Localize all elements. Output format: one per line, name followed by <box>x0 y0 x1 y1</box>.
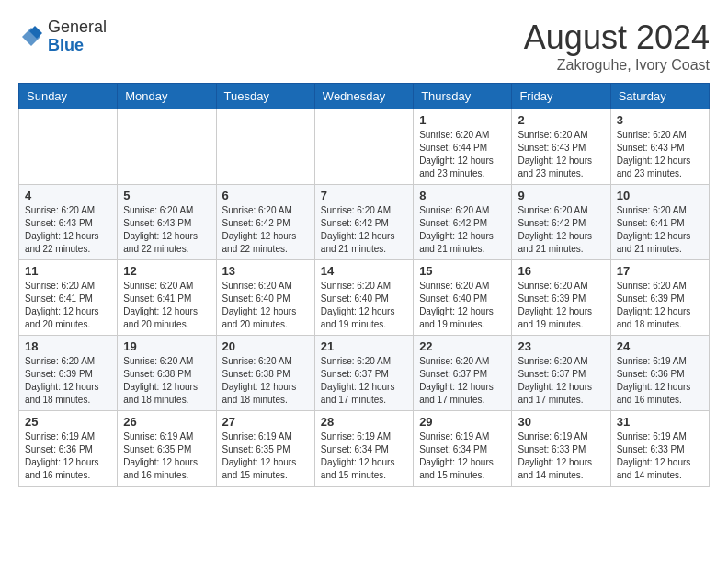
table-row: 15Sunrise: 6:20 AM Sunset: 6:40 PM Dayli… <box>414 260 512 336</box>
table-row: 10Sunrise: 6:20 AM Sunset: 6:41 PM Dayli… <box>610 185 709 260</box>
day-info: Sunrise: 6:20 AM Sunset: 6:42 PM Dayligh… <box>419 204 506 256</box>
table-row: 17Sunrise: 6:20 AM Sunset: 6:39 PM Dayli… <box>610 260 709 336</box>
day-info: Sunrise: 6:20 AM Sunset: 6:38 PM Dayligh… <box>123 355 210 407</box>
table-row: 9Sunrise: 6:20 AM Sunset: 6:42 PM Daylig… <box>512 185 610 260</box>
table-row: 5Sunrise: 6:20 AM Sunset: 6:43 PM Daylig… <box>118 185 216 260</box>
table-row <box>19 109 118 185</box>
header: General Blue August 2024 Zakroguhe, Ivor… <box>18 18 710 74</box>
table-row: 21Sunrise: 6:20 AM Sunset: 6:37 PM Dayli… <box>314 336 413 411</box>
table-row: 26Sunrise: 6:19 AM Sunset: 6:35 PM Dayli… <box>118 411 216 487</box>
day-info: Sunrise: 6:20 AM Sunset: 6:37 PM Dayligh… <box>419 355 506 407</box>
day-number: 8 <box>419 189 506 202</box>
table-row: 24Sunrise: 6:19 AM Sunset: 6:36 PM Dayli… <box>610 336 709 411</box>
weekday-header-monday: Monday <box>118 84 216 109</box>
day-number: 30 <box>518 415 604 429</box>
day-number: 25 <box>25 415 111 429</box>
day-info: Sunrise: 6:19 AM Sunset: 6:35 PM Dayligh… <box>222 431 309 482</box>
table-row: 8Sunrise: 6:20 AM Sunset: 6:42 PM Daylig… <box>414 185 512 260</box>
table-row: 1Sunrise: 6:20 AM Sunset: 6:44 PM Daylig… <box>414 109 512 185</box>
table-row: 7Sunrise: 6:20 AM Sunset: 6:42 PM Daylig… <box>314 185 413 260</box>
day-info: Sunrise: 6:20 AM Sunset: 6:43 PM Dayligh… <box>25 204 111 256</box>
weekday-header-tuesday: Tuesday <box>216 84 314 109</box>
week-row-5: 25Sunrise: 6:19 AM Sunset: 6:36 PM Dayli… <box>19 411 710 487</box>
table-row: 19Sunrise: 6:20 AM Sunset: 6:38 PM Dayli… <box>118 336 216 411</box>
table-row <box>314 109 413 185</box>
day-number: 19 <box>123 339 210 353</box>
logo-text: General Blue <box>48 18 107 55</box>
table-row: 25Sunrise: 6:19 AM Sunset: 6:36 PM Dayli… <box>19 411 118 487</box>
day-number: 13 <box>222 264 309 278</box>
day-info: Sunrise: 6:20 AM Sunset: 6:41 PM Dayligh… <box>617 204 703 256</box>
logo-blue: Blue <box>48 37 107 55</box>
logo-general: General <box>48 18 107 37</box>
table-row: 11Sunrise: 6:20 AM Sunset: 6:41 PM Dayli… <box>19 260 118 336</box>
weekday-header-sunday: Sunday <box>19 84 118 109</box>
table-row: 16Sunrise: 6:20 AM Sunset: 6:39 PM Dayli… <box>512 260 610 336</box>
day-info: Sunrise: 6:20 AM Sunset: 6:42 PM Dayligh… <box>321 204 407 256</box>
day-number: 23 <box>518 339 604 353</box>
table-row <box>118 109 216 185</box>
day-info: Sunrise: 6:20 AM Sunset: 6:40 PM Dayligh… <box>222 280 309 331</box>
day-info: Sunrise: 6:19 AM Sunset: 6:34 PM Dayligh… <box>419 431 506 482</box>
week-row-4: 18Sunrise: 6:20 AM Sunset: 6:39 PM Dayli… <box>19 336 710 411</box>
day-info: Sunrise: 6:19 AM Sunset: 6:33 PM Dayligh… <box>617 431 703 482</box>
logo: General Blue <box>18 18 107 55</box>
table-row: 20Sunrise: 6:20 AM Sunset: 6:38 PM Dayli… <box>216 336 314 411</box>
weekday-header-thursday: Thursday <box>414 84 512 109</box>
day-number: 22 <box>419 339 506 353</box>
day-number: 20 <box>222 339 309 353</box>
day-info: Sunrise: 6:20 AM Sunset: 6:39 PM Dayligh… <box>617 280 703 331</box>
calendar-body: 1Sunrise: 6:20 AM Sunset: 6:44 PM Daylig… <box>19 109 710 487</box>
weekday-header-friday: Friday <box>512 84 610 109</box>
day-number: 27 <box>222 415 309 429</box>
day-number: 12 <box>123 264 210 278</box>
week-row-3: 11Sunrise: 6:20 AM Sunset: 6:41 PM Dayli… <box>19 260 710 336</box>
day-number: 21 <box>321 339 407 353</box>
month-year: August 2024 <box>524 18 710 57</box>
day-number: 28 <box>321 415 407 429</box>
day-info: Sunrise: 6:20 AM Sunset: 6:41 PM Dayligh… <box>25 280 111 331</box>
day-number: 5 <box>123 189 210 202</box>
table-row: 14Sunrise: 6:20 AM Sunset: 6:40 PM Dayli… <box>314 260 413 336</box>
day-info: Sunrise: 6:20 AM Sunset: 6:39 PM Dayligh… <box>518 280 604 331</box>
day-info: Sunrise: 6:20 AM Sunset: 6:37 PM Dayligh… <box>321 355 407 407</box>
day-info: Sunrise: 6:20 AM Sunset: 6:44 PM Dayligh… <box>419 129 506 180</box>
day-info: Sunrise: 6:20 AM Sunset: 6:41 PM Dayligh… <box>123 280 210 331</box>
table-row: 3Sunrise: 6:20 AM Sunset: 6:43 PM Daylig… <box>610 109 709 185</box>
table-row <box>216 109 314 185</box>
weekday-header-row: SundayMondayTuesdayWednesdayThursdayFrid… <box>19 84 710 109</box>
title-area: August 2024 Zakroguhe, Ivory Coast <box>524 18 710 74</box>
day-info: Sunrise: 6:20 AM Sunset: 6:42 PM Dayligh… <box>222 204 309 256</box>
day-info: Sunrise: 6:19 AM Sunset: 6:36 PM Dayligh… <box>25 431 111 482</box>
table-row: 6Sunrise: 6:20 AM Sunset: 6:42 PM Daylig… <box>216 185 314 260</box>
day-number: 24 <box>617 339 703 353</box>
day-info: Sunrise: 6:20 AM Sunset: 6:38 PM Dayligh… <box>222 355 309 407</box>
calendar: SundayMondayTuesdayWednesdayThursdayFrid… <box>18 83 710 487</box>
day-number: 18 <box>25 339 111 353</box>
location: Zakroguhe, Ivory Coast <box>524 57 710 74</box>
table-row: 13Sunrise: 6:20 AM Sunset: 6:40 PM Dayli… <box>216 260 314 336</box>
day-info: Sunrise: 6:20 AM Sunset: 6:43 PM Dayligh… <box>617 129 703 180</box>
day-info: Sunrise: 6:20 AM Sunset: 6:40 PM Dayligh… <box>419 280 506 331</box>
day-info: Sunrise: 6:20 AM Sunset: 6:43 PM Dayligh… <box>518 129 604 180</box>
table-row: 18Sunrise: 6:20 AM Sunset: 6:39 PM Dayli… <box>19 336 118 411</box>
day-info: Sunrise: 6:19 AM Sunset: 6:35 PM Dayligh… <box>123 431 210 482</box>
day-number: 7 <box>321 189 407 202</box>
table-row: 12Sunrise: 6:20 AM Sunset: 6:41 PM Dayli… <box>118 260 216 336</box>
table-row: 31Sunrise: 6:19 AM Sunset: 6:33 PM Dayli… <box>610 411 709 487</box>
day-number: 6 <box>222 189 309 202</box>
day-number: 17 <box>617 264 703 278</box>
day-number: 15 <box>419 264 506 278</box>
logo-icon <box>18 24 44 50</box>
day-number: 29 <box>419 415 506 429</box>
day-number: 16 <box>518 264 604 278</box>
day-info: Sunrise: 6:19 AM Sunset: 6:34 PM Dayligh… <box>321 431 407 482</box>
day-number: 10 <box>617 189 703 202</box>
day-info: Sunrise: 6:20 AM Sunset: 6:39 PM Dayligh… <box>25 355 111 407</box>
table-row: 4Sunrise: 6:20 AM Sunset: 6:43 PM Daylig… <box>19 185 118 260</box>
day-info: Sunrise: 6:20 AM Sunset: 6:37 PM Dayligh… <box>518 355 604 407</box>
weekday-header-wednesday: Wednesday <box>314 84 413 109</box>
weekday-header-saturday: Saturday <box>610 84 709 109</box>
day-number: 26 <box>123 415 210 429</box>
day-info: Sunrise: 6:20 AM Sunset: 6:42 PM Dayligh… <box>518 204 604 256</box>
